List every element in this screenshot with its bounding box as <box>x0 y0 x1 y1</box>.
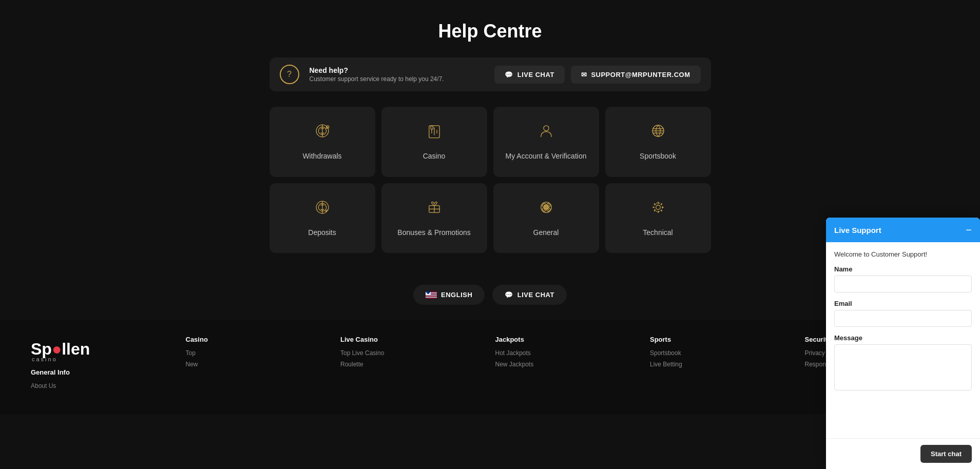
general-label: General <box>533 228 559 238</box>
sportsbook-label: Sportsbook <box>640 151 676 162</box>
footer-col-live-casino: Live Casino Top Live Casino Roulette <box>340 336 485 394</box>
need-help-subtitle: Customer support service ready to help y… <box>310 75 485 83</box>
footer-link-live-betting[interactable]: Live Betting <box>650 361 795 368</box>
category-withdrawals[interactable]: Withdrawals <box>270 107 375 177</box>
name-field-group: Name <box>834 265 972 292</box>
category-sportsbook[interactable]: Sportsbook <box>605 107 711 177</box>
footer-col-jackpots: Jackpots Hot Jackpots New Jackpots <box>495 336 640 394</box>
mid-live-chat-button[interactable]: 💬 LIVE CHAT <box>492 285 567 305</box>
sportsbook-icon <box>649 122 667 143</box>
footer-link-top-live[interactable]: Top Live Casino <box>340 349 485 357</box>
footer-columns: Sp●llen casino General Info About Us Cas… <box>31 336 949 404</box>
deposits-label: Deposits <box>308 228 336 238</box>
logo-ellen: llen <box>62 340 90 358</box>
withdrawals-label: Withdrawals <box>302 151 341 162</box>
logo-sp: Sp <box>31 340 52 358</box>
account-label: My Account & Verification <box>506 151 587 162</box>
email-input[interactable] <box>834 310 972 327</box>
svg-point-6 <box>543 126 548 131</box>
svg-rect-5 <box>431 126 433 129</box>
message-field-group: Message <box>834 334 972 390</box>
chat-close-button[interactable]: − <box>966 225 972 235</box>
flag-icon <box>426 291 437 299</box>
footer-col-general: Sp●llen casino General Info About Us <box>31 336 176 394</box>
message-input[interactable] <box>834 344 972 390</box>
footer-link-about[interactable]: About Us <box>31 382 176 389</box>
technical-icon <box>649 199 667 220</box>
chat-footer: Start chat <box>826 438 980 469</box>
chat-header: Live Support − <box>826 218 980 242</box>
chat-body: Welcome to Customer Support! Name Email … <box>826 242 980 438</box>
footer-title-jackpots: Jackpots <box>495 336 640 343</box>
language-button[interactable]: ENGLISH <box>413 285 485 305</box>
bonuses-label: Bonuses & Promotions <box>397 228 470 238</box>
chat-panel: Live Support − Welcome to Customer Suppo… <box>826 218 980 469</box>
deposits-icon <box>314 199 331 220</box>
start-chat-button[interactable]: Start chat <box>920 445 972 463</box>
email-field-group: Email <box>834 300 972 327</box>
message-label: Message <box>834 334 972 342</box>
help-text: Need help? Customer support service read… <box>310 66 485 83</box>
category-casino[interactable]: Casino <box>381 107 487 177</box>
footer-link-top[interactable]: Top <box>186 349 331 357</box>
mid-section: ENGLISH 💬 LIVE CHAT <box>270 259 711 320</box>
bonuses-icon <box>426 199 443 220</box>
footer-title-casino: Casino <box>186 336 331 343</box>
footer-title-sports: Sports <box>650 336 795 343</box>
account-icon <box>537 122 555 143</box>
footer-link-roulette[interactable]: Roulette <box>340 361 485 368</box>
email-button[interactable]: ✉ SUPPORT@MRPUNTER.COM <box>571 66 701 84</box>
category-bonuses[interactable]: Bonuses & Promotions <box>381 183 487 253</box>
footer-col-sports: Sports Sportsbook Live Betting <box>650 336 795 394</box>
logo: Sp●llen casino <box>31 341 176 362</box>
casino-label: Casino <box>423 151 446 162</box>
name-input[interactable] <box>834 276 972 292</box>
help-actions: 💬 LIVE CHAT ✉ SUPPORT@MRPUNTER.COM <box>494 66 700 84</box>
live-chat-button[interactable]: 💬 LIVE CHAT <box>494 66 565 84</box>
email-label: Email <box>834 300 972 307</box>
name-label: Name <box>834 265 972 273</box>
category-general[interactable]: General <box>493 183 599 253</box>
category-account[interactable]: My Account & Verification <box>493 107 599 177</box>
footer-title-general: General Info <box>31 368 176 376</box>
technical-label: Technical <box>643 228 672 238</box>
casino-icon <box>426 122 443 143</box>
chat-title: Live Support <box>834 226 881 234</box>
footer-link-new-jackpots[interactable]: New Jackpots <box>495 361 640 368</box>
need-help-title: Need help? <box>310 66 485 74</box>
svg-point-25 <box>656 205 660 209</box>
withdrawals-icon <box>314 122 331 143</box>
general-icon <box>537 199 555 220</box>
help-icon: ? <box>280 65 299 84</box>
footer-col-casino: Casino Top New <box>186 336 331 394</box>
category-grid: Withdrawals Casino My Account & Verif <box>270 107 711 253</box>
chat-icon: 💬 <box>505 71 513 79</box>
category-technical[interactable]: Technical <box>605 183 711 253</box>
page-title: Help Centre <box>270 21 711 42</box>
footer-link-hot-jackpots[interactable]: Hot Jackpots <box>495 349 640 357</box>
footer-link-new[interactable]: New <box>186 361 331 368</box>
chat-welcome: Welcome to Customer Support! <box>834 250 972 258</box>
email-icon: ✉ <box>581 71 587 79</box>
footer-title-live-casino: Live Casino <box>340 336 485 343</box>
category-deposits[interactable]: Deposits <box>270 183 375 253</box>
chat2-icon: 💬 <box>505 291 513 299</box>
footer-link-sportsbook[interactable]: Sportsbook <box>650 349 795 357</box>
help-bar: ? Need help? Customer support service re… <box>270 57 711 91</box>
